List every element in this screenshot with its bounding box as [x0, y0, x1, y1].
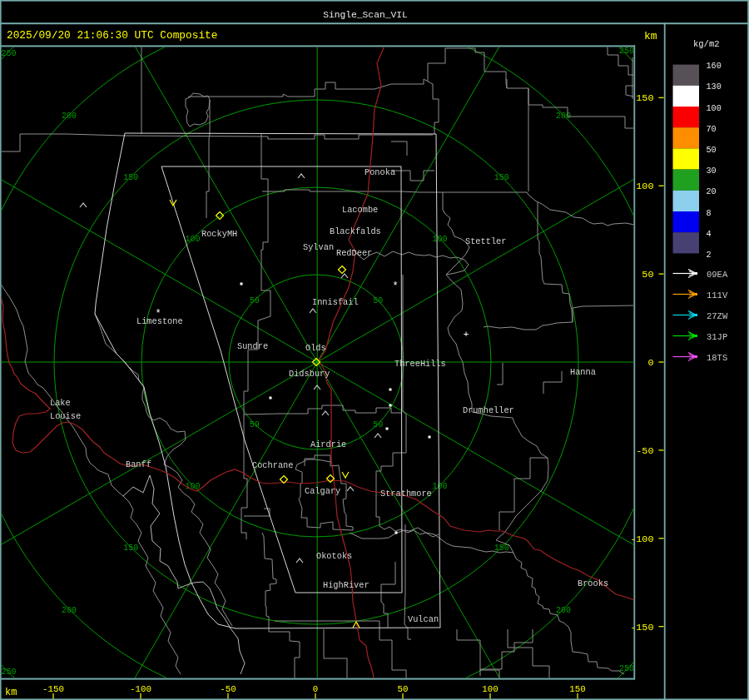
- svg-text:250: 250: [2, 668, 17, 677]
- svg-text:Brooks: Brooks: [578, 578, 608, 588]
- svg-text:kg/m2: kg/m2: [693, 39, 720, 49]
- svg-text:RockyMH: RockyMH: [201, 229, 237, 239]
- svg-text:100: 100: [432, 482, 447, 491]
- svg-text:4: 4: [707, 230, 712, 239]
- svg-text:-100: -100: [130, 684, 151, 694]
- svg-text:130: 130: [707, 82, 722, 92]
- svg-text:km: km: [644, 30, 657, 42]
- svg-text:160: 160: [707, 62, 722, 71]
- svg-text:50: 50: [398, 684, 409, 694]
- svg-text:50: 50: [250, 420, 260, 429]
- svg-text:km: km: [5, 687, 17, 698]
- svg-text:Olds: Olds: [305, 343, 326, 353]
- svg-text:50: 50: [250, 296, 260, 305]
- svg-text:Lacombe: Lacombe: [342, 205, 378, 215]
- svg-text:8: 8: [707, 209, 712, 218]
- svg-text:27ZW: 27ZW: [707, 311, 728, 321]
- svg-text:09EA: 09EA: [707, 270, 728, 280]
- svg-text:*: *: [155, 308, 161, 320]
- svg-text:-150: -150: [42, 684, 64, 694]
- svg-text:Sundre: Sundre: [237, 341, 268, 351]
- svg-text:-50: -50: [636, 445, 653, 457]
- svg-text:Sylvan: Sylvan: [303, 242, 334, 252]
- svg-text:100: 100: [482, 684, 498, 694]
- svg-text:200: 200: [62, 112, 77, 121]
- svg-text:-50: -50: [220, 684, 236, 694]
- svg-text:Strathmore: Strathmore: [380, 489, 432, 499]
- svg-text:Hanna: Hanna: [570, 367, 596, 377]
- svg-text:250: 250: [619, 47, 634, 56]
- svg-text:50: 50: [373, 296, 383, 305]
- svg-text:100: 100: [636, 181, 653, 192]
- svg-text:Single_Scan_VIL: Single_Scan_VIL: [323, 10, 408, 20]
- svg-text:200: 200: [62, 606, 77, 615]
- svg-text:2025/09/20 21:06:30 UTC Compos: 2025/09/20 21:06:30 UTC Composite: [7, 29, 217, 42]
- svg-text:30: 30: [707, 166, 717, 176]
- svg-text:Stettler: Stettler: [465, 236, 506, 246]
- svg-text:150: 150: [494, 544, 509, 553]
- svg-text:Cochrane: Cochrane: [252, 460, 293, 470]
- svg-text:18TS: 18TS: [707, 353, 727, 363]
- svg-text:50: 50: [373, 420, 383, 429]
- svg-text:100: 100: [185, 235, 200, 244]
- svg-text:*: *: [392, 280, 398, 292]
- svg-text:Okotoks: Okotoks: [316, 551, 352, 561]
- svg-text:70: 70: [707, 125, 717, 134]
- svg-text:Vulcan: Vulcan: [408, 614, 439, 624]
- svg-text:111V: 111V: [707, 290, 728, 300]
- svg-text:200: 200: [556, 112, 571, 121]
- svg-text:200: 200: [556, 606, 571, 615]
- svg-text:50: 50: [642, 269, 653, 280]
- svg-text:Blackfalds: Blackfalds: [330, 226, 381, 236]
- svg-text:150: 150: [569, 684, 585, 694]
- svg-text:150: 150: [636, 92, 653, 104]
- svg-text:150: 150: [123, 173, 138, 182]
- svg-text:0: 0: [647, 357, 653, 369]
- svg-text:Drumheller: Drumheller: [463, 405, 514, 415]
- svg-text:Lake: Lake: [50, 398, 71, 408]
- svg-text:+: +: [464, 330, 469, 340]
- svg-text:HighRiver: HighRiver: [323, 580, 370, 590]
- svg-text:RedDeer: RedDeer: [336, 248, 372, 258]
- svg-text:-100: -100: [630, 534, 653, 545]
- svg-text:100: 100: [432, 235, 447, 244]
- svg-text:0: 0: [313, 684, 318, 694]
- svg-text:Airdrie: Airdrie: [310, 439, 346, 449]
- svg-text:150: 150: [494, 173, 509, 182]
- svg-text:2: 2: [707, 251, 712, 260]
- svg-text:50: 50: [707, 146, 717, 155]
- svg-text:Innisfail: Innisfail: [312, 297, 359, 307]
- svg-text:20: 20: [707, 187, 717, 196]
- svg-text:Banff: Banff: [126, 459, 151, 469]
- svg-text:Louise: Louise: [50, 411, 81, 421]
- svg-text:-150: -150: [630, 622, 653, 633]
- svg-text:250: 250: [2, 49, 17, 58]
- svg-text:Didsbury: Didsbury: [289, 369, 330, 379]
- svg-text:ThreeHills: ThreeHills: [394, 359, 446, 369]
- svg-text:Ponoka: Ponoka: [365, 167, 395, 177]
- svg-text:Calgary: Calgary: [305, 486, 340, 496]
- svg-text:100: 100: [707, 104, 722, 113]
- svg-text:31JP: 31JP: [707, 332, 727, 342]
- svg-text:150: 150: [123, 544, 138, 553]
